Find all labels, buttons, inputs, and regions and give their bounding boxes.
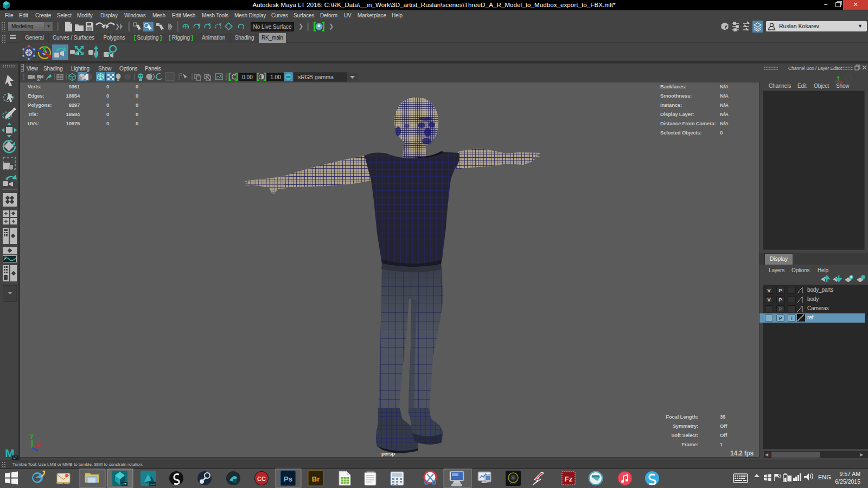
svg-text:AUDIO: AUDIO (510, 482, 517, 485)
svg-text:sRGB gamma: sRGB gamma (298, 74, 334, 80)
svg-text:CC: CC (257, 476, 266, 482)
svg-text:Br: Br (312, 475, 320, 483)
svg-text:y: y (30, 433, 34, 439)
svg-text:Fz: Fz (565, 475, 573, 483)
svg-text:6/25/2015: 6/25/2015 (835, 478, 860, 485)
svg-text:Ps: Ps (284, 475, 292, 483)
svg-text:ENG: ENG (818, 474, 831, 480)
svg-text:0.00: 0.00 (242, 74, 253, 80)
svg-text:9:57 AM: 9:57 AM (839, 471, 860, 477)
svg-text:1.00: 1.00 (270, 74, 281, 80)
svg-text:ON: ON (286, 75, 291, 79)
svg-text:mud: mud (150, 483, 156, 486)
svg-text:LT: LT (123, 483, 126, 486)
